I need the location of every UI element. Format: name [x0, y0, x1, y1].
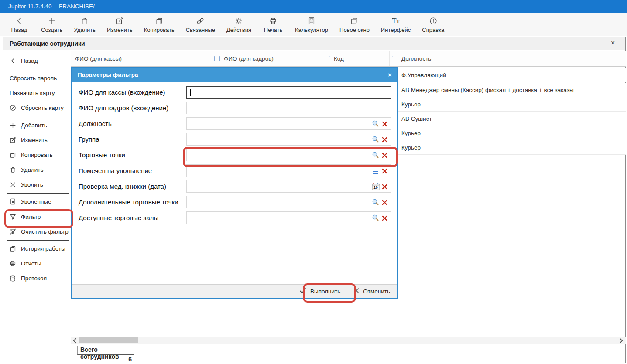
toolbar-button-interface[interactable]: Tт Интерфейс [381, 16, 411, 33]
search-icon[interactable] [372, 151, 379, 160]
toolbar-button-copy[interactable]: Копировать [144, 16, 175, 33]
trade-points-lookup-input[interactable] [188, 150, 365, 160]
calendar-icon[interactable]: 10 [372, 183, 380, 192]
toolbar-label: Калькулятор [295, 27, 328, 33]
sidebar-item-label: Очистить фильтр [21, 228, 69, 235]
clear-icon[interactable] [382, 168, 387, 176]
toolbar-button-calculator[interactable]: Калькулятор [295, 16, 328, 33]
marked-dismissal-select[interactable] [186, 164, 391, 177]
field-label: ФИО для кадров (вхождение) [79, 102, 168, 115]
sidebar-item-protocol[interactable]: Протокол [9, 272, 47, 284]
cell-position: Курьер [401, 101, 421, 108]
list-icon[interactable] [373, 168, 379, 176]
sidebar-item-copy[interactable]: Копировать [9, 149, 53, 160]
sidebar-item-clear-filter[interactable]: Очистить фильтр [9, 226, 69, 237]
trade-points-lookup[interactable] [186, 149, 391, 161]
fio-cash-input[interactable] [186, 86, 391, 99]
column-header-fio-cash[interactable]: ФИО (для кассы) [75, 55, 122, 62]
sidebar-item-delete[interactable]: Удалить [9, 164, 44, 175]
horizontal-scrollbar[interactable] [71, 337, 626, 344]
search-icon[interactable] [372, 214, 379, 223]
funnel-clear-icon [9, 228, 17, 235]
field-label: Доступные торговые залы [79, 211, 158, 225]
field-label: ФИО для кассы (вхождение) [79, 86, 165, 99]
med-book-date-input[interactable]: 10 [186, 180, 391, 193]
sidebar-item-add[interactable]: Добавить [9, 119, 47, 131]
scrollbar-thumb[interactable] [79, 337, 138, 343]
toolbar-button-new-window[interactable]: Новое окно [339, 16, 370, 33]
group-lookup-input[interactable] [188, 134, 365, 145]
sidebar-item-reset-card[interactable]: Сбросить карту [9, 102, 64, 113]
cell-position: АВ Менеджер смены (Кассир) фискал + дост… [401, 87, 574, 93]
column-checkbox[interactable] [325, 56, 330, 61]
fio-hr-input[interactable] [188, 103, 365, 113]
extra-trade-points-input[interactable] [188, 197, 365, 208]
scroll-right-icon[interactable] [619, 337, 623, 345]
sidebar-item-assign-card[interactable]: Назначить карту [10, 87, 55, 99]
med-book-date-text[interactable] [188, 181, 365, 192]
extra-trade-points-lookup[interactable] [186, 196, 391, 208]
sidebar-item-reports[interactable]: Отчеты [9, 258, 41, 269]
toolbar-label: Связанные [186, 27, 215, 33]
sidebar-item-back[interactable]: Назад [9, 55, 38, 66]
sidebar-item-reset-password[interactable]: Сбросить пароль [10, 72, 57, 84]
clear-icon[interactable] [382, 199, 387, 207]
sidebar-item-dismiss[interactable]: Уволить [9, 179, 43, 190]
toolbar-button-create[interactable]: Создать [41, 16, 62, 33]
available-halls-input[interactable] [188, 213, 365, 223]
sidebar-item-label: Изменить [21, 137, 48, 143]
plus-icon [48, 16, 56, 26]
dialog-titlebar[interactable]: Параметры фильтра × [72, 68, 397, 82]
clear-icon[interactable] [382, 215, 387, 223]
sidebar-item-label: История работы [21, 245, 65, 252]
toolbar-button-related[interactable]: Связанные [186, 16, 215, 33]
sidebar-item-edit[interactable]: Изменить [9, 134, 48, 146]
marked-dismissal-input[interactable] [188, 166, 365, 176]
printer-icon [269, 16, 278, 26]
sidebar-item-label: Назначить карту [10, 90, 55, 96]
toolbar-label: Копировать [144, 27, 175, 33]
funnel-icon [9, 213, 17, 221]
fio-cash-input[interactable] [189, 88, 365, 98]
field-label: Проверка мед. книжки (дата) [79, 180, 166, 193]
available-halls-lookup[interactable] [186, 211, 391, 224]
panel-close-icon[interactable]: × [611, 39, 615, 47]
sidebar-item-work-history[interactable]: История работы [9, 243, 65, 254]
toolbar-button-edit[interactable]: Изменить [107, 16, 133, 33]
sidebar-item-label: Удалить [21, 167, 44, 173]
window-titlebar: Jupiter 11.7.4.40 -- FRANCHISE/ [0, 0, 627, 13]
scroll-left-icon[interactable] [73, 337, 77, 345]
search-icon[interactable] [372, 120, 379, 129]
toolbar-button-back[interactable]: Назад [9, 16, 30, 33]
sidebar-item-filter[interactable]: Фильтр [9, 211, 41, 222]
position-lookup[interactable] [186, 117, 391, 130]
column-checkbox[interactable] [214, 56, 220, 61]
dialog-close-icon[interactable]: × [388, 71, 392, 78]
copy-icon [9, 151, 17, 159]
position-lookup-input[interactable] [188, 119, 365, 129]
search-icon[interactable] [372, 136, 379, 145]
toolbar-button-help[interactable]: Справка [422, 16, 444, 33]
toolbar-label: Назад [11, 27, 27, 33]
toolbar-label: Печать [264, 27, 283, 33]
toolbar-button-print[interactable]: Печать [263, 16, 284, 33]
sidebar-divider [7, 70, 69, 70]
column-checkbox[interactable] [392, 56, 397, 61]
clear-icon[interactable] [382, 121, 387, 129]
toolbar-button-actions[interactable]: Действия [226, 16, 251, 33]
group-lookup[interactable] [186, 133, 391, 146]
cancel-button-label: Отменить [363, 288, 390, 295]
column-header-code[interactable]: Код [334, 55, 344, 62]
clear-icon[interactable] [382, 184, 387, 191]
clear-icon[interactable] [382, 136, 387, 144]
fio-hr-input[interactable] [186, 102, 391, 114]
column-header-fio-hr[interactable]: ФИО (для кадров) [224, 55, 274, 62]
dialog-cancel-button[interactable]: Отменить [353, 288, 390, 295]
search-icon[interactable] [372, 198, 379, 208]
clear-icon[interactable] [382, 152, 387, 160]
toolbar-button-delete[interactable]: Удалить [74, 16, 96, 33]
dialog-execute-button[interactable]: Выполнить [299, 288, 340, 295]
column-header-position[interactable]: Должность [401, 55, 431, 62]
sidebar-item-dismissed[interactable]: Уволенные [9, 196, 51, 207]
cell-position: АВ Сушист [401, 116, 432, 122]
